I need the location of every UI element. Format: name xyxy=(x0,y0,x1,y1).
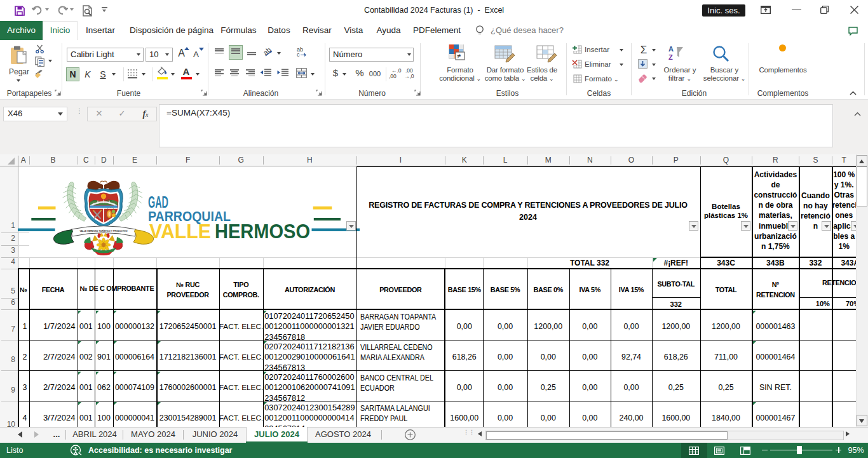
svg-text:VALLE: VALLE xyxy=(149,220,211,243)
svg-text:VALLE HERMOSO TURÍSTICO Y PROD: VALLE HERMOSO TURÍSTICO Y PRODUCTIVO xyxy=(79,229,128,232)
svg-text:Z: Z xyxy=(668,53,673,61)
svg-text:→,0: →,0 xyxy=(404,73,414,79)
svg-text:c: c xyxy=(297,51,300,58)
svg-text:HERMOSO: HERMOSO xyxy=(215,220,310,243)
svg-text:,00: ,00 xyxy=(389,73,397,79)
svg-text:A: A xyxy=(668,45,674,53)
svg-text:≠: ≠ xyxy=(457,52,461,60)
